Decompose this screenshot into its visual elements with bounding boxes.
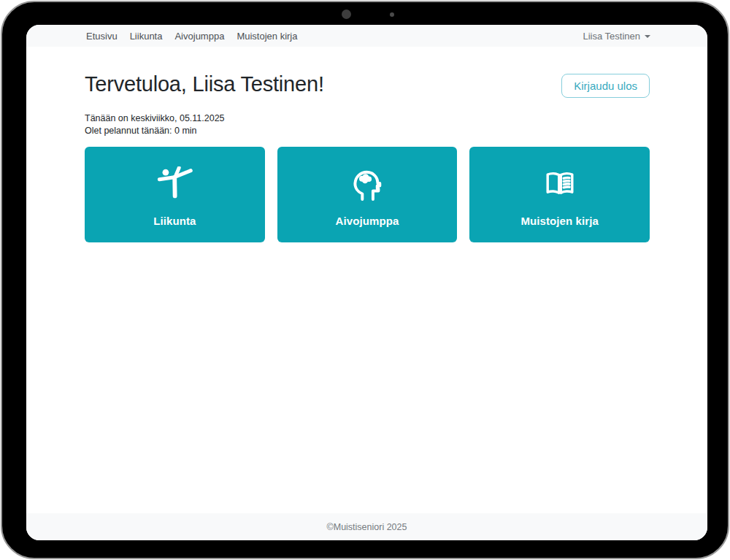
header-row: Tervetuloa, Liisa Testinen! Kirjaudu ulo… bbox=[85, 72, 650, 98]
played-today-text: Olet pelannut tänään: 0 min bbox=[85, 125, 650, 137]
nav-item-etusivu[interactable]: Etusivu bbox=[86, 31, 118, 42]
footer: ©Muistiseniori 2025 bbox=[26, 513, 707, 540]
logout-button[interactable]: Kirjaudu ulos bbox=[561, 74, 650, 98]
app-screen: Etusivu Liikunta Aivojumppa Muistojen ki… bbox=[26, 25, 707, 540]
card-label: Liikunta bbox=[153, 215, 196, 227]
today-date-text: Tänään on keskiviikko, 05.11.2025 bbox=[85, 112, 650, 124]
card-aivojumppa[interactable]: Aivojumppa bbox=[277, 147, 458, 242]
open-book-icon bbox=[537, 163, 583, 207]
nav-item-muistojen-kirja[interactable]: Muistojen kirja bbox=[237, 31, 297, 42]
page-title: Tervetuloa, Liisa Testinen! bbox=[85, 72, 324, 96]
card-label: Muistojen kirja bbox=[520, 215, 599, 227]
chevron-down-icon bbox=[645, 35, 650, 38]
card-label: Aivojumppa bbox=[336, 215, 399, 227]
user-menu-dropdown[interactable]: Liisa Testinen bbox=[583, 31, 650, 42]
sensor-dot-icon bbox=[390, 12, 394, 17]
user-menu-label: Liisa Testinen bbox=[583, 31, 640, 42]
camera-icon bbox=[342, 9, 351, 19]
main-content: Tervetuloa, Liisa Testinen! Kirjaudu ulo… bbox=[26, 72, 707, 242]
card-muistojen-kirja[interactable]: Muistojen kirja bbox=[469, 147, 650, 242]
head-brain-icon bbox=[349, 163, 385, 207]
nav-item-aivojumppa[interactable]: Aivojumppa bbox=[174, 31, 224, 42]
nav-item-liikunta[interactable]: Liikunta bbox=[130, 31, 163, 42]
martial-arts-person-icon bbox=[153, 163, 196, 207]
copyright-text: ©Muistiseniori 2025 bbox=[327, 522, 407, 532]
navbar: Etusivu Liikunta Aivojumppa Muistojen ki… bbox=[26, 25, 707, 47]
card-row: Liikunta bbox=[85, 147, 650, 242]
card-liikunta[interactable]: Liikunta bbox=[85, 147, 265, 242]
tablet-frame: Etusivu Liikunta Aivojumppa Muistojen ki… bbox=[1, 1, 729, 559]
